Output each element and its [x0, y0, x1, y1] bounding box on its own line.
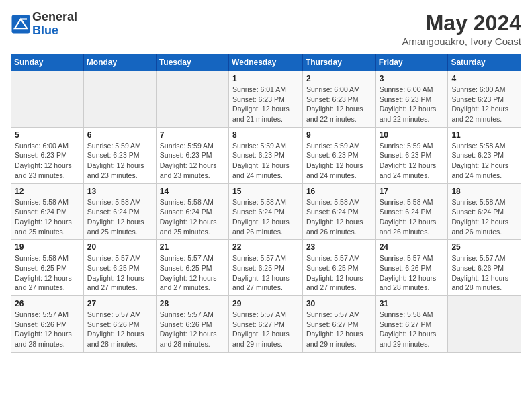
- day-number: 4: [451, 74, 517, 83]
- page-subtitle: Amangouakro, Ivory Coast: [402, 36, 521, 47]
- day-info: Sunrise: 5:57 AMSunset: 6:26 PMDaylight:…: [451, 253, 517, 293]
- day-info: Sunrise: 5:59 AMSunset: 6:23 PMDaylight:…: [306, 141, 372, 181]
- day-info: Sunrise: 6:01 AMSunset: 6:23 PMDaylight:…: [232, 85, 299, 124]
- day-number: 27: [87, 299, 152, 308]
- calendar-cell: 7Sunrise: 5:59 AMSunset: 6:23 PMDaylight…: [156, 127, 228, 183]
- logo-text: General Blue: [32, 11, 77, 38]
- calendar-week-3: 12Sunrise: 5:58 AMSunset: 6:24 PMDayligh…: [11, 183, 521, 240]
- day-info: Sunrise: 5:59 AMSunset: 6:23 PMDaylight:…: [160, 141, 225, 181]
- calendar-cell: 19Sunrise: 5:58 AMSunset: 6:25 PMDayligh…: [11, 240, 84, 296]
- calendar-cell: 21Sunrise: 5:57 AMSunset: 6:25 PMDayligh…: [156, 240, 228, 296]
- calendar-cell: 5Sunrise: 6:00 AMSunset: 6:23 PMDaylight…: [11, 127, 84, 183]
- calendar-cell: 2Sunrise: 6:00 AMSunset: 6:23 PMDaylight…: [302, 71, 375, 128]
- day-info: Sunrise: 5:58 AMSunset: 6:27 PMDaylight:…: [380, 310, 445, 349]
- day-info: Sunrise: 5:57 AMSunset: 6:25 PMDaylight:…: [232, 253, 299, 293]
- day-info: Sunrise: 5:58 AMSunset: 6:24 PMDaylight:…: [451, 197, 517, 237]
- day-number: 24: [380, 242, 445, 252]
- day-info: Sunrise: 5:57 AMSunset: 6:25 PMDaylight:…: [306, 253, 372, 293]
- day-number: 31: [380, 299, 445, 308]
- calendar-cell: [11, 71, 84, 128]
- calendar-cell: 6Sunrise: 5:59 AMSunset: 6:23 PMDaylight…: [83, 127, 156, 183]
- day-number: 11: [451, 130, 517, 140]
- day-number: 26: [15, 299, 80, 308]
- calendar-cell: 13Sunrise: 5:58 AMSunset: 6:24 PMDayligh…: [83, 183, 156, 240]
- day-number: 21: [160, 242, 225, 252]
- calendar-cell: 15Sunrise: 5:58 AMSunset: 6:24 PMDayligh…: [229, 183, 303, 240]
- calendar-cell: 3Sunrise: 6:00 AMSunset: 6:23 PMDaylight…: [375, 71, 448, 128]
- day-header-monday: Monday: [83, 54, 156, 71]
- day-number: 6: [87, 130, 152, 140]
- calendar-week-4: 19Sunrise: 5:58 AMSunset: 6:25 PMDayligh…: [11, 240, 521, 296]
- calendar-cell: 17Sunrise: 5:58 AMSunset: 6:24 PMDayligh…: [375, 183, 448, 240]
- day-number: 10: [380, 130, 445, 140]
- calendar-cell: [448, 296, 521, 353]
- day-info: Sunrise: 5:58 AMSunset: 6:24 PMDaylight:…: [232, 197, 299, 237]
- calendar-cell: [156, 71, 228, 128]
- calendar-cell: 18Sunrise: 5:58 AMSunset: 6:24 PMDayligh…: [448, 183, 521, 240]
- day-number: 12: [15, 187, 80, 196]
- day-number: 23: [306, 242, 372, 252]
- day-info: Sunrise: 5:58 AMSunset: 6:24 PMDaylight:…: [380, 197, 445, 237]
- calendar-cell: 1Sunrise: 6:01 AMSunset: 6:23 PMDaylight…: [229, 71, 303, 128]
- day-header-saturday: Saturday: [448, 54, 521, 71]
- day-info: Sunrise: 5:57 AMSunset: 6:27 PMDaylight:…: [306, 310, 372, 349]
- day-info: Sunrise: 5:57 AMSunset: 6:25 PMDaylight:…: [87, 253, 152, 293]
- calendar-cell: 20Sunrise: 5:57 AMSunset: 6:25 PMDayligh…: [83, 240, 156, 296]
- calendar-cell: 16Sunrise: 5:58 AMSunset: 6:24 PMDayligh…: [302, 183, 375, 240]
- day-number: 28: [160, 299, 225, 308]
- day-info: Sunrise: 5:57 AMSunset: 6:25 PMDaylight:…: [160, 253, 225, 293]
- page-title: May 2024: [402, 11, 521, 36]
- logo: General Blue: [11, 11, 77, 38]
- day-info: Sunrise: 6:00 AMSunset: 6:23 PMDaylight:…: [380, 85, 445, 124]
- day-info: Sunrise: 5:59 AMSunset: 6:23 PMDaylight:…: [232, 141, 299, 181]
- day-number: 25: [451, 242, 517, 252]
- day-info: Sunrise: 5:59 AMSunset: 6:23 PMDaylight:…: [380, 141, 445, 181]
- logo-icon: [11, 14, 31, 34]
- day-info: Sunrise: 5:58 AMSunset: 6:23 PMDaylight:…: [451, 141, 517, 181]
- calendar-cell: 23Sunrise: 5:57 AMSunset: 6:25 PMDayligh…: [302, 240, 375, 296]
- calendar-cell: 28Sunrise: 5:57 AMSunset: 6:26 PMDayligh…: [156, 296, 228, 353]
- calendar-body: 1Sunrise: 6:01 AMSunset: 6:23 PMDaylight…: [11, 71, 521, 353]
- calendar-cell: 30Sunrise: 5:57 AMSunset: 6:27 PMDayligh…: [302, 296, 375, 353]
- day-number: 13: [87, 187, 152, 196]
- calendar-cell: 8Sunrise: 5:59 AMSunset: 6:23 PMDaylight…: [229, 127, 303, 183]
- day-number: 8: [232, 130, 299, 140]
- day-number: 2: [306, 74, 372, 83]
- day-number: 5: [15, 130, 80, 140]
- day-number: 20: [87, 242, 152, 252]
- day-info: Sunrise: 5:58 AMSunset: 6:25 PMDaylight:…: [15, 253, 80, 293]
- day-number: 29: [232, 299, 299, 308]
- day-info: Sunrise: 5:57 AMSunset: 6:27 PMDaylight:…: [232, 310, 299, 349]
- calendar-cell: 29Sunrise: 5:57 AMSunset: 6:27 PMDayligh…: [229, 296, 303, 353]
- day-header-wednesday: Wednesday: [229, 54, 303, 71]
- day-info: Sunrise: 5:58 AMSunset: 6:24 PMDaylight:…: [306, 197, 372, 237]
- calendar-cell: 14Sunrise: 5:58 AMSunset: 6:24 PMDayligh…: [156, 183, 228, 240]
- calendar-cell: 22Sunrise: 5:57 AMSunset: 6:25 PMDayligh…: [229, 240, 303, 296]
- day-header-tuesday: Tuesday: [156, 54, 228, 71]
- day-header-thursday: Thursday: [302, 54, 375, 71]
- day-header-sunday: Sunday: [11, 54, 84, 71]
- day-info: Sunrise: 6:00 AMSunset: 6:23 PMDaylight:…: [306, 85, 372, 124]
- calendar-cell: 31Sunrise: 5:58 AMSunset: 6:27 PMDayligh…: [375, 296, 448, 353]
- calendar-cell: 24Sunrise: 5:57 AMSunset: 6:26 PMDayligh…: [375, 240, 448, 296]
- page-header: General Blue May 2024 Amangouakro, Ivory…: [11, 11, 521, 47]
- calendar-cell: 27Sunrise: 5:57 AMSunset: 6:26 PMDayligh…: [83, 296, 156, 353]
- day-number: 1: [232, 74, 299, 83]
- day-info: Sunrise: 5:57 AMSunset: 6:26 PMDaylight:…: [160, 310, 225, 349]
- calendar-week-5: 26Sunrise: 5:57 AMSunset: 6:26 PMDayligh…: [11, 296, 521, 353]
- calendar-cell: [83, 71, 156, 128]
- day-info: Sunrise: 5:58 AMSunset: 6:24 PMDaylight:…: [160, 197, 225, 237]
- day-number: 7: [160, 130, 225, 140]
- day-info: Sunrise: 5:57 AMSunset: 6:26 PMDaylight:…: [380, 253, 445, 293]
- calendar-header: SundayMondayTuesdayWednesdayThursdayFrid…: [11, 54, 521, 71]
- day-header-friday: Friday: [375, 54, 448, 71]
- calendar-cell: 26Sunrise: 5:57 AMSunset: 6:26 PMDayligh…: [11, 296, 84, 353]
- day-number: 3: [380, 74, 445, 83]
- day-number: 17: [380, 187, 445, 196]
- day-number: 18: [451, 187, 517, 196]
- day-info: Sunrise: 5:57 AMSunset: 6:26 PMDaylight:…: [87, 310, 152, 349]
- calendar-cell: 12Sunrise: 5:58 AMSunset: 6:24 PMDayligh…: [11, 183, 84, 240]
- day-info: Sunrise: 5:58 AMSunset: 6:24 PMDaylight:…: [87, 197, 152, 237]
- day-number: 19: [15, 242, 80, 252]
- day-number: 22: [232, 242, 299, 252]
